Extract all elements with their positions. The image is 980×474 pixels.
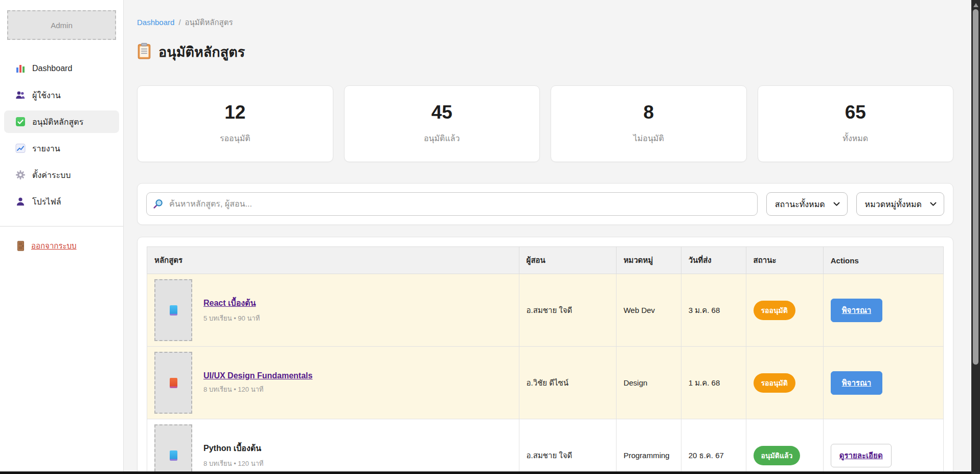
- category-cell: Programming: [616, 419, 681, 474]
- review-button[interactable]: พิจารณา: [831, 299, 883, 322]
- page-title: อนุมัติหลักสูตร: [137, 41, 953, 63]
- door-icon: [15, 241, 26, 251]
- view-details-button[interactable]: ดูรายละเอียด: [831, 444, 892, 467]
- chart-up-icon: [15, 143, 26, 153]
- scrollbar-thumb[interactable]: [973, 9, 978, 365]
- filter-panel: สถานะทั้งหมด หมวดหมู่ทั้งหมด: [137, 183, 953, 225]
- column-header-instructor: ผู้สอน: [519, 247, 616, 274]
- person-icon: [15, 196, 26, 207]
- scrollbar-up-arrow-icon[interactable]: [973, 3, 978, 7]
- course-thumb-icon: [170, 378, 177, 388]
- category-cell: Web Dev: [616, 274, 681, 347]
- course-thumbnail: [154, 352, 192, 414]
- course-thumbnail: [154, 424, 192, 474]
- stat-value: 65: [845, 103, 866, 122]
- breadcrumb: Dashboard/อนุมัติหลักสูตร: [137, 16, 953, 29]
- sidebar-item-label: Dashboard: [32, 64, 72, 73]
- chevron-down-icon: [833, 202, 840, 207]
- course-meta: 8 บทเรียน • 120 นาที: [203, 458, 263, 469]
- sidebar-item-users[interactable]: ผู้ใช้งาน: [4, 84, 119, 106]
- window-bottom-edge: [0, 471, 971, 474]
- stat-label: ไม่อนุมัติ: [633, 132, 664, 145]
- sidebar-item-settings[interactable]: ตั้งค่าระบบ: [4, 164, 119, 186]
- course-title-link[interactable]: React เบื้องต้น: [203, 299, 256, 307]
- logout-label: ออกจากระบบ: [31, 240, 77, 252]
- page-scrollbar[interactable]: [971, 0, 980, 474]
- table-row: React เบื้องต้น 5 บทเรียน • 90 นาที อ.สม…: [147, 274, 944, 347]
- stat-card-rejected: 8 ไม่อนุมัติ: [551, 85, 747, 162]
- category-cell: Design: [616, 347, 681, 419]
- status-badge: รออนุมัติ: [754, 301, 795, 320]
- stat-card-pending: 12 รออนุมัติ: [137, 85, 333, 162]
- stat-label: อนุมัติแล้ว: [424, 132, 460, 145]
- table-header-row: หลักสูตร ผู้สอน หมวดหมู่ วันที่ส่ง สถานะ…: [147, 247, 944, 274]
- main-content: Dashboard/อนุมัติหลักสูตร อนุมัติหลักสูต…: [124, 0, 980, 474]
- breadcrumb-separator: /: [178, 18, 180, 27]
- page-title-text: อนุมัติหลักสูตร: [158, 41, 245, 63]
- course-title: Python เบื้องต้น: [203, 444, 261, 453]
- course-thumbnail: [154, 279, 192, 341]
- sidebar-item-course-approval[interactable]: อนุมัติหลักสูตร: [4, 110, 119, 133]
- sidebar-nav: Dashboard ผู้ใช้งาน: [0, 55, 123, 215]
- course-title-link[interactable]: UI/UX Design Fundamentals: [203, 371, 312, 380]
- gear-icon: [15, 170, 26, 180]
- date-cell: 20 ธ.ค. 67: [681, 419, 746, 474]
- logout-link[interactable]: ออกจากระบบ: [0, 240, 123, 252]
- check-box-icon: [15, 117, 26, 127]
- course-thumb-icon: [170, 450, 177, 461]
- course-meta: 5 บทเรียน • 90 นาที: [203, 313, 260, 324]
- chevron-down-icon: [930, 202, 937, 207]
- course-table-panel: หลักสูตร ผู้สอน หมวดหมู่ วันที่ส่ง สถานะ…: [137, 237, 953, 474]
- table-row: Python เบื้องต้น 8 บทเรียน • 120 นาที อ.…: [147, 419, 944, 474]
- sidebar-item-reports[interactable]: รายงาน: [4, 137, 119, 160]
- app-window: Admin Dashboard: [0, 0, 980, 474]
- date-cell: 1 ม.ค. 68: [681, 347, 746, 419]
- instructor-cell: อ.สมชาย ใจดี: [519, 274, 616, 347]
- course-meta: 8 บทเรียน • 120 นาที: [203, 384, 312, 395]
- category-filter-select[interactable]: หมวดหมู่ทั้งหมด: [856, 192, 944, 216]
- search-wrap: [146, 192, 758, 216]
- table-row: UI/UX Design Fundamentals 8 บทเรียน • 12…: [147, 347, 944, 419]
- breadcrumb-dashboard-link[interactable]: Dashboard: [137, 18, 174, 27]
- category-filter-value: หมวดหมู่ทั้งหมด: [865, 198, 922, 211]
- sidebar-item-label: อนุมัติหลักสูตร: [32, 116, 83, 128]
- admin-logo: Admin: [7, 10, 116, 40]
- stat-value: 45: [431, 103, 452, 122]
- bar-chart-icon: [15, 63, 26, 74]
- sidebar-item-label: โปรไฟล์: [32, 195, 61, 208]
- status-badge: อนุมัติแล้ว: [754, 446, 801, 465]
- clipboard-icon: [137, 43, 151, 61]
- stat-card-total: 65 ทั้งหมด: [758, 85, 954, 162]
- sidebar-divider: [0, 226, 123, 227]
- column-header-status: สถานะ: [746, 247, 823, 274]
- course-thumb-icon: [170, 305, 177, 315]
- stats-row: 12 รออนุมัติ 45 อนุมัติแล้ว 8 ไม่อนุมัติ…: [137, 85, 953, 162]
- sidebar: Admin Dashboard: [0, 0, 124, 474]
- instructor-cell: อ.สมชาย ใจดี: [519, 419, 616, 474]
- status-badge: รออนุมัติ: [754, 373, 795, 393]
- column-header-date: วันที่ส่ง: [681, 247, 746, 274]
- users-icon: [15, 90, 26, 100]
- stat-card-approved: 45 อนุมัติแล้ว: [344, 85, 540, 162]
- admin-logo-label: Admin: [51, 21, 73, 30]
- status-filter-value: สถานะทั้งหมด: [775, 198, 825, 211]
- stat-value: 12: [224, 103, 245, 122]
- review-button[interactable]: พิจารณา: [831, 371, 883, 395]
- stat-label: ทั้งหมด: [842, 132, 868, 145]
- column-header-category: หมวดหมู่: [616, 247, 681, 274]
- instructor-cell: อ.วิชัย ดีไซน์: [519, 347, 616, 419]
- sidebar-item-label: ตั้งค่าระบบ: [32, 169, 71, 182]
- sidebar-item-profile[interactable]: โปรไฟล์: [4, 190, 119, 213]
- sidebar-item-label: รายงาน: [32, 142, 60, 155]
- stat-value: 8: [643, 103, 654, 122]
- breadcrumb-current: อนุมัติหลักสูตร: [185, 18, 233, 27]
- date-cell: 3 ม.ค. 68: [681, 274, 746, 347]
- search-input[interactable]: [146, 192, 758, 216]
- stat-label: รออนุมัติ: [220, 132, 250, 145]
- column-header-actions: Actions: [823, 247, 943, 274]
- status-filter-select[interactable]: สถานะทั้งหมด: [766, 192, 848, 216]
- column-header-course: หลักสูตร: [147, 247, 519, 274]
- sidebar-item-label: ผู้ใช้งาน: [32, 89, 61, 102]
- sidebar-item-dashboard[interactable]: Dashboard: [4, 57, 119, 80]
- course-table: หลักสูตร ผู้สอน หมวดหมู่ วันที่ส่ง สถานะ…: [147, 246, 944, 474]
